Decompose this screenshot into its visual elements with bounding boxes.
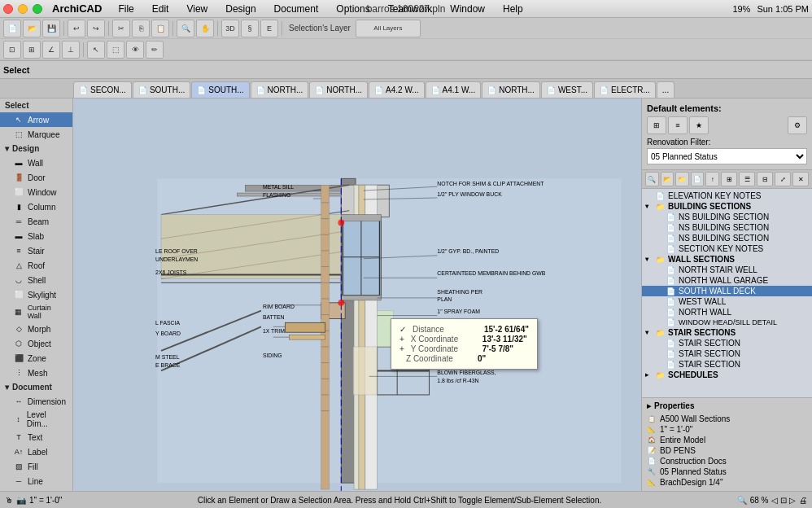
cut-btn[interactable]: ✂	[112, 20, 130, 37]
tree-item-window-head-sill[interactable]: 📄 WINDOW HEAD/SILL DETAIL	[642, 318, 812, 327]
section-btn[interactable]: §	[241, 20, 259, 37]
close-button[interactable]	[3, 4, 13, 14]
menu-help[interactable]: Help	[500, 2, 526, 16]
sidebar-item-text[interactable]: T Text	[0, 430, 72, 444]
tab-south1[interactable]: 📄 SOUTH...	[133, 81, 190, 98]
sidebar-item-shell[interactable]: ◡ Shell	[0, 273, 72, 287]
sidebar-item-arrow[interactable]: ↖ Arrow	[0, 112, 72, 127]
sidebar-item-dimension[interactable]: ↔ Dimension	[0, 394, 72, 409]
sidebar-item-morph[interactable]: ◇ Morph	[0, 322, 72, 336]
canvas-area[interactable]: METAL SILL FLASHING NOTCH FOR SHIM & CLI…	[73, 99, 641, 491]
tree-item-stair-section-1[interactable]: 📄 STAIR SECTION	[642, 338, 812, 348]
sidebar-item-line[interactable]: ─ Line	[0, 474, 72, 488]
menu-design[interactable]: Design	[222, 2, 259, 16]
nav-view1-btn[interactable]: ⊞	[721, 172, 737, 186]
pencil-btn[interactable]: ✏	[146, 41, 164, 59]
sidebar-item-marquee[interactable]: ⬚ Marquee	[0, 127, 72, 142]
de-settings-btn[interactable]: ⚙	[788, 116, 807, 134]
redo-btn[interactable]: ↪	[87, 20, 105, 37]
tab-electr[interactable]: 📄 ELECTR...	[594, 81, 656, 98]
nav-folder-btn[interactable]: 📁	[675, 172, 689, 186]
tree-item-north-wall-garage[interactable]: 📄 NORTH WALL GARAGE	[642, 275, 812, 286]
paste-btn[interactable]: 📋	[151, 20, 169, 37]
tab-a42w[interactable]: 📄 A4.2 W...	[369, 81, 425, 98]
de-grid-btn[interactable]: ⊞	[647, 116, 666, 134]
sidebar-item-zone[interactable]: ⬛ Zone	[0, 351, 72, 366]
nav-view2-btn[interactable]: ☰	[739, 172, 755, 186]
sidebar-item-column[interactable]: ▮ Column	[0, 199, 72, 214]
tree-item-north-stair-well[interactable]: 📄 NORTH STAIR WELL	[642, 265, 812, 275]
sidebar-item-arccircle[interactable]: ◯ Arc/Circle	[0, 488, 72, 491]
ortho-btn[interactable]: ⊥	[62, 41, 80, 59]
sidebar-item-beam[interactable]: ═ Beam	[0, 214, 72, 229]
copy-btn[interactable]: ⎘	[132, 20, 150, 37]
menu-file[interactable]: File	[115, 2, 137, 16]
menu-document[interactable]: Document	[271, 2, 322, 16]
nav-doc-btn[interactable]: 📄	[691, 172, 705, 186]
layer-select[interactable]: All Layers	[356, 20, 421, 37]
tree-item-west-wall[interactable]: 📄 WEST WALL	[642, 296, 812, 307]
menu-edit[interactable]: Edit	[149, 2, 172, 16]
tab-north3[interactable]: 📄 NORTH...	[482, 81, 540, 98]
sidebar-item-mesh[interactable]: ⋮ Mesh	[0, 366, 72, 380]
tab-more[interactable]: ...	[657, 81, 674, 98]
nav-view3-btn[interactable]: ⊟	[757, 172, 773, 186]
menu-view[interactable]: View	[183, 2, 211, 16]
tab-south2[interactable]: 📄 SOUTH...	[191, 81, 249, 98]
sidebar-item-door[interactable]: 🚪 Door	[0, 170, 72, 185]
tree-item-south-wall-deck[interactable]: 📄 SOUTH WALL DECK	[642, 286, 812, 296]
eye-btn[interactable]: 👁	[126, 41, 144, 59]
nav-expand-btn[interactable]: 📂	[661, 172, 674, 186]
view3d-btn[interactable]: 3D	[221, 20, 239, 37]
tree-item-building-sections[interactable]: ▾ 📁 BUILDING SECTIONS	[642, 201, 812, 212]
grid-btn[interactable]: ⊞	[23, 41, 41, 59]
minimize-button[interactable]	[18, 4, 28, 14]
tree-item-section-key-notes[interactable]: 📄 SECTION KEY NOTES	[642, 243, 812, 254]
sidebar-item-object[interactable]: ⬡ Object	[0, 336, 72, 351]
tree-item-schedules[interactable]: ▸ 📁 SCHEDULES	[642, 370, 812, 380]
pan-btn[interactable]: ✋	[196, 20, 214, 37]
nav-tabs[interactable]: 📄 SECON... 📄 SOUTH... 📄 SOUTH... 📄 NORTH…	[0, 79, 812, 99]
sidebar-item-fill[interactable]: ▨ Fill	[0, 459, 72, 474]
snap-btn[interactable]: ⊡	[3, 41, 21, 59]
angle-btn[interactable]: ∠	[42, 41, 60, 59]
open-btn[interactable]: 📂	[23, 20, 41, 37]
tree-item-ns-building-2[interactable]: 📄 NS BUILDING SECTION	[642, 222, 812, 233]
sidebar-item-roof[interactable]: △ Roof	[0, 258, 72, 273]
de-list-btn[interactable]: ≡	[668, 116, 688, 134]
sidebar-item-slab[interactable]: ▬ Slab	[0, 229, 72, 243]
sidebar-item-skylight[interactable]: ⬜ Skylight	[0, 287, 72, 302]
tab-west[interactable]: 📄 WEST...	[541, 81, 593, 98]
tab-north2[interactable]: 📄 NORTH...	[309, 81, 368, 98]
sidebar-item-stair[interactable]: ≡ Stair	[0, 243, 72, 258]
nav-search-btn[interactable]: 🔍	[645, 172, 659, 186]
tree-item-ns-building-3[interactable]: 📄 NS BUILDING SECTION	[642, 233, 812, 243]
sidebar-item-curtainwall[interactable]: ▦ Curtain Wall	[0, 302, 72, 322]
sidebar-item-window[interactable]: ⬜ Window	[0, 185, 72, 199]
tab-north1[interactable]: 📄 NORTH...	[251, 81, 309, 98]
elev-btn[interactable]: E	[260, 20, 278, 37]
tab-a41w[interactable]: 📄 A4.1 W...	[426, 81, 482, 98]
menu-window[interactable]: Window	[447, 2, 488, 16]
tree-item-north-wall[interactable]: 📄 NORTH WALL	[642, 307, 812, 318]
tree-item-ns-building-1[interactable]: 📄 NS BUILDING SECTION	[642, 212, 812, 222]
maximize-button[interactable]	[33, 4, 42, 14]
nav-maximize-btn[interactable]: ⤢	[775, 172, 791, 186]
sidebar-item-label[interactable]: A↑ Label	[0, 444, 72, 459]
de-star-btn[interactable]: ★	[689, 116, 709, 134]
undo-btn[interactable]: ↩	[68, 20, 85, 37]
tree-item-elevation-key-notes[interactable]: 📄 ELEVATION KEY NOTES	[642, 190, 812, 201]
tree-item-wall-sections[interactable]: ▾ 📁 WALL SECTIONS	[642, 254, 812, 265]
new-btn[interactable]: 📄	[3, 20, 21, 37]
tree-item-stair-section-2[interactable]: 📄 STAIR SECTION	[642, 348, 812, 359]
sidebar-item-leveldim[interactable]: ↕ Level Dim...	[0, 409, 72, 430]
select-box-btn[interactable]: ⬚	[107, 41, 124, 59]
tab-secon[interactable]: 📄 SECON...	[73, 81, 132, 98]
renovation-filter-select[interactable]: 05 Planned Status 01 Existing 02 Demolis…	[647, 148, 807, 164]
tree-item-stair-sections[interactable]: ▾ 📁 STAIR SECTIONS	[642, 327, 812, 338]
select-arrow-btn[interactable]: ↖	[87, 41, 105, 59]
sidebar-item-wall[interactable]: ▬ Wall	[0, 155, 72, 170]
nav-up-btn[interactable]: ↑	[705, 172, 719, 186]
zoom-btn[interactable]: 🔍	[177, 20, 194, 37]
nav-close-btn[interactable]: ✕	[792, 172, 809, 186]
